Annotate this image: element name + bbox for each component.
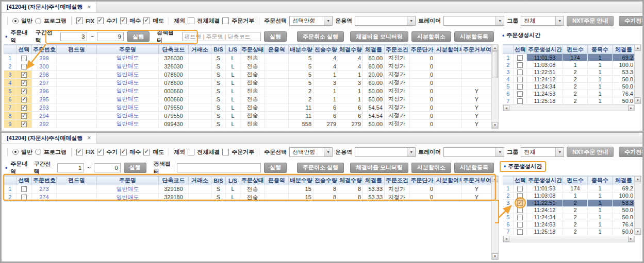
- checkbox-cell[interactable]: [514, 83, 527, 90]
- table-row[interactable]: 8294일반매도079550SL전송116654.54지정가0Y: [4, 112, 492, 120]
- table-row[interactable]: 2274일반매도329180SL전송158853.33지정가0Y: [4, 193, 492, 201]
- checkbox-cell[interactable]: [16, 62, 32, 71]
- column-header[interactable]: 주문조건: [385, 176, 409, 185]
- scroll-up-icon[interactable]: ▲: [492, 176, 498, 182]
- scroll-up-icon[interactable]: ▲: [492, 45, 498, 51]
- scroll-left-icon[interactable]: ◄: [503, 105, 509, 111]
- checkbox-cell[interactable]: [514, 228, 527, 235]
- table-row[interactable]: 9292일반매도099430SL전송55827927950.00지정가0Y: [4, 120, 492, 128]
- manual-convert-button[interactable]: 수기전환: [619, 16, 643, 26]
- split-cancel-button[interactable]: 시분할취소: [411, 163, 451, 173]
- chevron-down-icon[interactable]: ▼: [496, 16, 504, 25]
- checkbox-cell[interactable]: [16, 193, 32, 201]
- scroll-right-icon[interactable]: ►: [628, 236, 634, 242]
- table-row[interactable]: 711:25:182150.0: [503, 97, 635, 104]
- column-header[interactable]: 선택: [16, 176, 32, 185]
- search-filter-input[interactable]: [177, 163, 261, 172]
- column-header[interactable]: 단축코드: [159, 45, 189, 54]
- checkbox-sell[interactable]: [143, 149, 150, 155]
- checkbox-cell[interactable]: [16, 103, 32, 112]
- column-header[interactable]: B/S: [211, 45, 226, 54]
- column-header[interactable]: 단축코드: [159, 176, 189, 185]
- checkbox-cell[interactable]: [16, 120, 32, 128]
- column-header[interactable]: 시분할여부: [435, 45, 462, 54]
- table-row[interactable]: 511:24:342150.0: [503, 83, 635, 90]
- checkbox-order-reject[interactable]: [222, 149, 229, 155]
- table-row[interactable]: 3298일반매도078600SL전송51120.00지정가0: [4, 71, 492, 79]
- column-header[interactable]: 주문상태: [240, 176, 265, 185]
- nxt-order-info-button[interactable]: NXT주문 안내: [567, 16, 614, 26]
- table-row[interactable]: 111:01:53174169.2: [503, 54, 635, 61]
- checkbox-order-reject[interactable]: [222, 17, 229, 24]
- table-row[interactable]: 311:22:512153.3: [503, 199, 635, 206]
- order-cancel-run-button[interactable]: 주문취소 실행: [297, 31, 344, 42]
- checkbox-all-filled[interactable]: [188, 17, 194, 24]
- chevron-down-icon[interactable]: ▼: [555, 148, 564, 156]
- table-row[interactable]: 4297일반매도078600SL전송53360.00지정가0: [4, 79, 492, 87]
- manager-combo[interactable]: ▼: [355, 147, 416, 157]
- column-header[interactable]: 주문명: [97, 176, 159, 185]
- row-checkbox[interactable]: [517, 229, 523, 235]
- fill-ratio-monitor-button[interactable]: 체결비율 모니터링: [350, 31, 408, 42]
- checkbox-all-filled[interactable]: [188, 149, 194, 155]
- column-header[interactable]: 운용역: [265, 176, 289, 185]
- row-checkbox[interactable]: [517, 55, 523, 61]
- column-header[interactable]: 체결률: [363, 45, 385, 54]
- row-checkbox[interactable]: [517, 98, 523, 104]
- range-from-input[interactable]: [57, 163, 84, 172]
- column-header[interactable]: 종목수: [588, 45, 613, 54]
- checkbox-cell[interactable]: [16, 54, 32, 62]
- scrollbar-thumb[interactable]: [492, 51, 498, 78]
- column-header[interactable]: 펀드수: [563, 45, 588, 54]
- horizontal-scrollbar[interactable]: ◄ ►: [503, 104, 635, 111]
- column-header[interactable]: 펀드명: [57, 176, 97, 185]
- scroll-down-icon[interactable]: ▼: [635, 229, 641, 235]
- checkbox-cell[interactable]: [16, 95, 32, 103]
- radio-general[interactable]: [12, 149, 19, 155]
- search-filter-input[interactable]: [182, 32, 261, 41]
- checkbox-cell[interactable]: [514, 97, 527, 104]
- range-to-input[interactable]: [97, 32, 124, 41]
- horizontal-scrollbar[interactable]: ◄ ►: [503, 236, 635, 242]
- scroll-up-icon[interactable]: ▲: [635, 45, 641, 51]
- column-header[interactable]: B/S: [211, 176, 226, 185]
- column-header[interactable]: 주문번호: [32, 176, 57, 185]
- table-row[interactable]: 611:24:532176.4: [503, 90, 635, 97]
- chevron-down-icon[interactable]: ▼: [407, 16, 415, 25]
- column-header[interactable]: 주문생성시간: [527, 45, 563, 54]
- column-header[interactable]: 주문거부여부: [462, 176, 492, 185]
- column-header[interactable]: 체결수량: [338, 176, 363, 185]
- checkbox-cell[interactable]: [16, 128, 32, 129]
- column-header[interactable]: 선택: [514, 45, 527, 54]
- trader-combo[interactable]: ▼: [443, 16, 504, 26]
- tab-close-icon[interactable]: ×: [87, 4, 91, 11]
- table-row[interactable]: 111:01:53174169.2: [503, 185, 635, 192]
- column-header[interactable]: 전송수량: [313, 176, 338, 185]
- row-checkbox[interactable]: [517, 215, 523, 220]
- row-checkbox[interactable]: [517, 69, 523, 75]
- table-row[interactable]: 2300일반매도326030SL전송54480.00지정가0: [4, 62, 492, 71]
- scroll-down-icon[interactable]: ▼: [635, 97, 641, 103]
- scroll-up-icon[interactable]: ▲: [635, 176, 641, 182]
- checkbox-cell[interactable]: [514, 185, 527, 192]
- row-checkbox[interactable]: [21, 64, 27, 69]
- window-tab[interactable]: [41204] (자문사)주식매매실행 ×: [2, 2, 96, 12]
- trader-combo[interactable]: ▼: [443, 147, 504, 157]
- checkbox-cell[interactable]: [16, 87, 32, 95]
- checkbox-sell[interactable]: [143, 17, 150, 24]
- column-header[interactable]: 배분수량: [289, 45, 313, 54]
- checkbox-manual[interactable]: [97, 17, 104, 24]
- chevron-down-icon[interactable]: ▼: [407, 148, 415, 156]
- table-row[interactable]: 1299일반매도326030SL전송54480.00지정가0: [4, 54, 492, 62]
- window-tab[interactable]: [41204] (자문사)주식매매실행 ×: [2, 133, 96, 144]
- range-run-button[interactable]: 실행: [127, 31, 150, 42]
- row-checkbox[interactable]: [21, 195, 27, 200]
- chevron-down-icon[interactable]: ▼: [555, 16, 564, 25]
- group-combo[interactable]: 전체 ▼: [521, 147, 564, 157]
- column-header[interactable]: 선택: [514, 176, 527, 185]
- chevron-down-icon[interactable]: ▼: [324, 16, 332, 25]
- column-header[interactable]: L/S: [226, 176, 240, 185]
- row-checkbox[interactable]: [21, 80, 27, 86]
- row-checkbox[interactable]: [517, 77, 523, 82]
- radio-program[interactable]: [35, 18, 41, 24]
